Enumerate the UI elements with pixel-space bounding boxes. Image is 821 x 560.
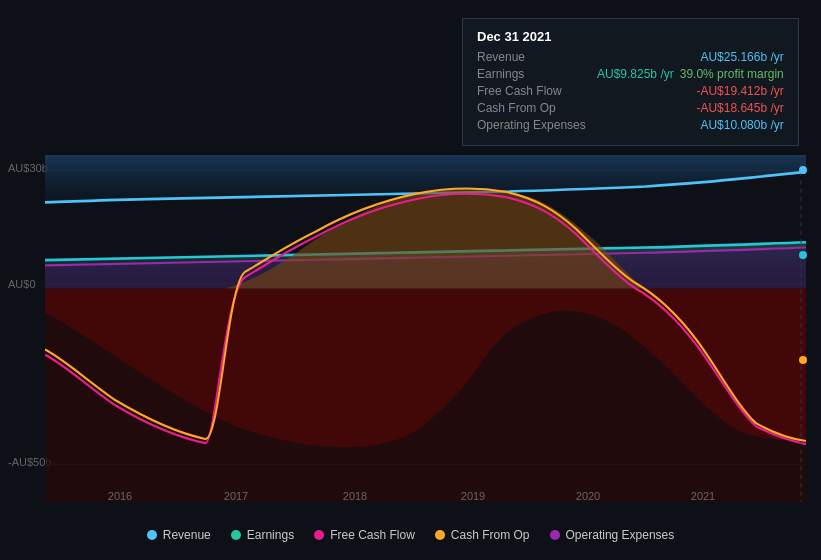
tooltip-label-opex: Operating Expenses	[477, 118, 597, 132]
tooltip-label-cfo: Cash From Op	[477, 101, 597, 115]
tooltip-box: Dec 31 2021 Revenue AU$25.166b /yr Earni…	[462, 18, 799, 146]
x-label-2017: 2017	[224, 490, 248, 502]
x-label-2016: 2016	[108, 490, 132, 502]
legend-dot-revenue	[147, 530, 157, 540]
legend-item-revenue[interactable]: Revenue	[147, 528, 211, 542]
legend-dot-fcf	[314, 530, 324, 540]
tooltip-row-opex: Operating Expenses AU$10.080b /yr	[477, 118, 784, 132]
x-label-2021: 2021	[691, 490, 715, 502]
tooltip-value-fcf: -AU$19.412b /yr	[696, 84, 783, 98]
tooltip-label-fcf: Free Cash Flow	[477, 84, 597, 98]
legend-dot-opex	[550, 530, 560, 540]
tooltip-row-revenue: Revenue AU$25.166b /yr	[477, 50, 784, 64]
revenue-dot	[799, 166, 807, 174]
y-label-30b: AU$30b	[8, 162, 48, 174]
tooltip-label-revenue: Revenue	[477, 50, 597, 64]
legend-item-earnings[interactable]: Earnings	[231, 528, 294, 542]
tooltip-profit-margin: 39.0% profit margin	[680, 67, 784, 81]
cfo-dot	[799, 356, 807, 364]
chart-area	[45, 155, 806, 502]
legend-label-cfo: Cash From Op	[451, 528, 530, 542]
legend-label-revenue: Revenue	[163, 528, 211, 542]
tooltip-row-fcf: Free Cash Flow -AU$19.412b /yr	[477, 84, 784, 98]
x-label-2019: 2019	[461, 490, 485, 502]
legend-item-fcf[interactable]: Free Cash Flow	[314, 528, 415, 542]
cash-hump-area	[225, 188, 646, 288]
tooltip-value-opex: AU$10.080b /yr	[700, 118, 783, 132]
legend-item-cfo[interactable]: Cash From Op	[435, 528, 530, 542]
legend-item-opex[interactable]: Operating Expenses	[550, 528, 675, 542]
legend-dot-earnings	[231, 530, 241, 540]
x-label-2018: 2018	[343, 490, 367, 502]
tooltip-row-cfo: Cash From Op -AU$18.645b /yr	[477, 101, 784, 115]
tooltip-value-earnings: AU$9.825b /yr	[597, 67, 674, 81]
x-label-2020: 2020	[576, 490, 600, 502]
earnings-dot	[799, 251, 807, 259]
legend-dot-cfo	[435, 530, 445, 540]
legend-label-earnings: Earnings	[247, 528, 294, 542]
y-label-0: AU$0	[8, 278, 36, 290]
chart-container: Dec 31 2021 Revenue AU$25.166b /yr Earni…	[0, 0, 821, 560]
legend-label-fcf: Free Cash Flow	[330, 528, 415, 542]
tooltip-date: Dec 31 2021	[477, 29, 784, 44]
chart-legend: Revenue Earnings Free Cash Flow Cash Fro…	[0, 520, 821, 550]
chart-svg	[45, 155, 806, 502]
legend-label-opex: Operating Expenses	[566, 528, 675, 542]
tooltip-value-revenue: AU$25.166b /yr	[700, 50, 783, 64]
tooltip-row-earnings: Earnings AU$9.825b /yr 39.0% profit marg…	[477, 67, 784, 81]
tooltip-label-earnings: Earnings	[477, 67, 597, 81]
tooltip-value-cfo: -AU$18.645b /yr	[696, 101, 783, 115]
